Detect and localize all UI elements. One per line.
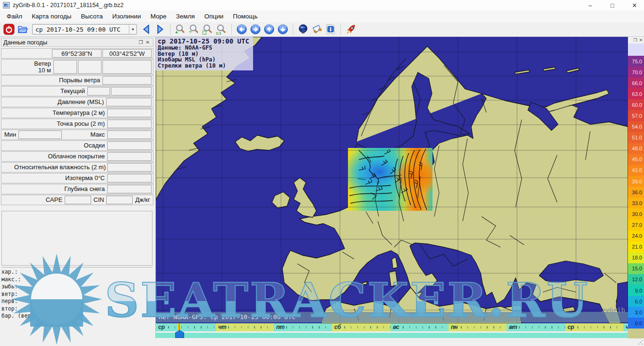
scale-value-42.0: 42.0 — [628, 165, 644, 176]
svg-text:+: + — [175, 30, 178, 35]
max-value — [107, 130, 152, 139]
scale-value-0.0: 0.0 — [628, 318, 644, 329]
float-panel-icon[interactable]: ❐ — [137, 40, 144, 45]
scale-value-36.0: 36.0 — [628, 187, 644, 198]
temperature-value — [107, 109, 152, 117]
close-panel-icon[interactable]: ✕ — [144, 40, 151, 45]
previous-forecast-button[interactable] — [140, 23, 153, 35]
scale-footer-block — [628, 329, 644, 338]
timeline-day-label: пн — [451, 324, 458, 330]
timeline-day-label: чт — [218, 324, 227, 330]
timeline-day-label: ср — [158, 324, 165, 330]
timeline-track[interactable] — [156, 333, 628, 338]
download-grib-button[interactable] — [345, 23, 357, 35]
longitude-value: 003°42'52"W — [102, 49, 152, 58]
scale-value-48.0: 48.0 — [628, 143, 644, 154]
scale-value-12.0: 12.0 — [628, 274, 644, 285]
timeline-day-2[interactable]: чт — [216, 323, 274, 331]
wind-label: Ветер 10 м — [32, 61, 53, 74]
europe-map — [156, 37, 628, 323]
menu-help[interactable]: Помощь — [228, 11, 262, 21]
timeline-day-1[interactable]: ср — [156, 323, 216, 331]
quit-button[interactable] — [3, 23, 15, 35]
timeline-day-8[interactable]: ср — [565, 323, 623, 331]
panel-footer-label: макс.: — [1, 276, 153, 284]
timeline-day-6[interactable]: пн — [449, 323, 507, 331]
move-up-button[interactable] — [263, 23, 275, 35]
timeline-day-4[interactable]: сб — [332, 323, 390, 331]
precip-value — [107, 141, 152, 150]
scale-value-45.0: 45.0 — [628, 154, 644, 165]
menu-options[interactable]: Опции — [200, 11, 229, 21]
minimize-button[interactable]: – — [585, 2, 595, 9]
map-viewport[interactable]: ср 2017-10-25 09:00 UTC Данные: NOAA-GFS… — [156, 37, 628, 323]
close-button[interactable]: ✕ — [630, 2, 639, 9]
scale-titlebar: ❐ ✕ — [628, 37, 644, 43]
cape-unit-label: Дж/кг — [133, 197, 152, 203]
scale-value-30.0: 30.0 — [628, 208, 644, 219]
scale-value-39.0: 39.0 — [628, 176, 644, 187]
zoom-actual-button[interactable]: 1:1 — [215, 23, 228, 35]
float-scale-icon[interactable]: ❐ — [632, 38, 638, 43]
timeline-day-3[interactable]: пт — [274, 323, 332, 331]
map-info-overlay: ср 2017-10-25 09:00 UTC Данные: NOAA-GFS… — [156, 37, 253, 70]
menu-isolines[interactable]: Изолинии — [108, 11, 146, 21]
timeline-day-label: вт — [509, 324, 517, 330]
grib-info-button[interactable] — [324, 23, 337, 35]
forecast-timeline[interactable]: срчтптсбвспнвтсрч — [156, 323, 628, 338]
panel-footer-label: бар. (вер): — [1, 312, 153, 320]
wind-beaufort-value — [78, 60, 102, 74]
next-forecast-button[interactable] — [154, 23, 166, 35]
maximize-button[interactable]: □ — [608, 2, 617, 9]
move-down-button[interactable] — [277, 23, 289, 35]
globe-view-button[interactable] — [297, 23, 309, 35]
scale-value-6.0: 6.0 — [628, 296, 644, 307]
coordinates-row: 69°52'38"N 003°42'52"W — [1, 48, 153, 59]
svg-text:1:1: 1:1 — [216, 31, 221, 35]
scale-gradient: 75.070.066.063.060.057.054.051.048.045.0… — [628, 56, 644, 329]
zoom-fit-button[interactable] — [202, 23, 214, 35]
gusts-value — [102, 76, 152, 85]
scale-value-60.0: 60.0 — [628, 99, 644, 110]
move-left-button[interactable] — [236, 23, 248, 35]
timeline-day-9[interactable]: ч — [623, 323, 628, 331]
max-label: Макс — [62, 131, 107, 138]
zoom-in-button[interactable]: + — [174, 23, 186, 35]
precip-label: Осадки — [82, 142, 107, 149]
cloud-value — [107, 152, 152, 161]
pressure-row: Давление (MSL) — [1, 97, 153, 107]
menu-file[interactable]: Файл — [2, 11, 27, 21]
isotherm-row: Изотерма 0°C — [1, 173, 153, 183]
scale-value-3.0: 3.0 — [628, 307, 644, 318]
dewpoint-row: Точка росы (2 m) — [1, 119, 153, 129]
titlebar: zyGrib-8.0.1 - 20171017_181154_.grb.bz2 … — [0, 0, 644, 10]
menu-land[interactable]: Земля — [171, 11, 200, 21]
isotherm-label: Изотерма 0°C — [63, 175, 107, 182]
scale-value-15.0: 15.0 — [628, 263, 644, 274]
select-zone-button[interactable] — [311, 23, 323, 35]
isotherm-value — [107, 174, 152, 182]
menu-weather-map[interactable]: Карта погоды — [27, 11, 76, 21]
humidity-row: Относительная влажность (2 m) — [1, 162, 153, 173]
move-right-button[interactable] — [249, 23, 262, 35]
menu-sea[interactable]: Море — [146, 11, 171, 21]
color-scale-panel: ❐ ✕ 75.070.066.063.060.057.054.051.048.0… — [628, 37, 644, 338]
timeline-day-bands[interactable]: срчтптсбвспнвтсрч — [156, 323, 628, 331]
resize-grip-icon[interactable] — [638, 340, 643, 345]
dewpoint-label: Точка росы (2 m) — [55, 121, 107, 127]
timeline-day-7[interactable]: вт — [507, 323, 565, 331]
scale-value-27.0: 27.0 — [628, 219, 644, 230]
panel-footer-label: зыбь: — [1, 283, 153, 291]
datetime-select[interactable]: ср 2017-10-25 09:00 UTC ▼ — [32, 24, 137, 35]
close-scale-icon[interactable]: ✕ — [638, 38, 644, 43]
scale-value-21.0: 21.0 — [628, 242, 644, 252]
open-grib-button[interactable] — [17, 23, 29, 35]
zoom-out-button[interactable]: − — [188, 23, 200, 35]
timeline-day-label: вс — [393, 324, 399, 330]
timeline-day-5[interactable]: вс — [390, 323, 449, 331]
panel-title: Данные погоды — [3, 39, 137, 46]
timeline-day-label: ср — [568, 324, 574, 330]
scale-value-75.0: 75.0 — [628, 56, 644, 67]
humidity-value — [107, 163, 152, 172]
menu-altitude[interactable]: Высота — [76, 11, 107, 21]
